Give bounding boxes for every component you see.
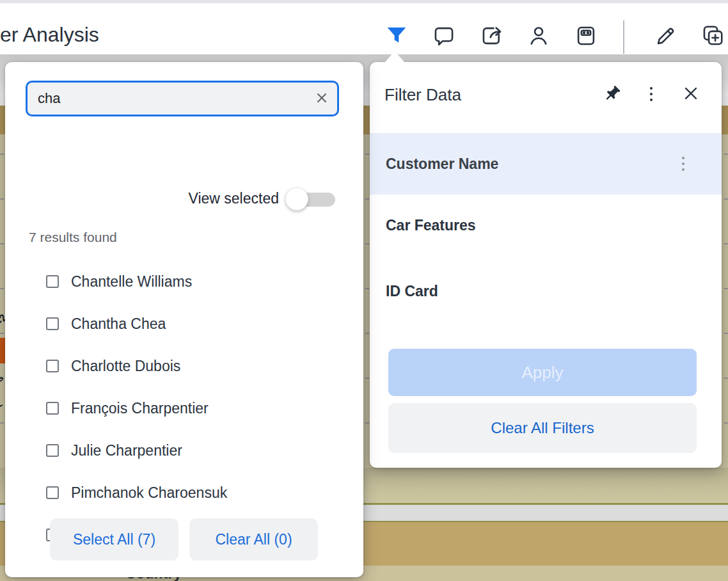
- clear-x-icon: [314, 90, 329, 107]
- checkbox[interactable]: [46, 317, 59, 330]
- filter-values-popup: View selected 7 results found Chantelle …: [5, 62, 363, 577]
- search-box: [26, 81, 339, 116]
- results-count: 7 results found: [29, 230, 117, 245]
- filter-field-customer-name[interactable]: Customer Name: [370, 133, 722, 195]
- panel-title: Filter Data: [384, 85, 461, 105]
- panel-actions: [601, 84, 701, 104]
- checkbox[interactable]: [46, 444, 59, 457]
- list-item[interactable]: Chantelle Williams: [46, 271, 192, 292]
- user-button[interactable]: [525, 22, 553, 51]
- list-item-label: Pimchanok Charoensuk: [71, 484, 227, 502]
- page-title: er Analysis: [0, 23, 99, 47]
- list-item-label: François Charpentier: [71, 400, 209, 417]
- filter-field-id-card[interactable]: ID Card: [370, 272, 722, 310]
- list-item[interactable]: Pimchanok Charoensuk: [46, 482, 227, 504]
- pin-button[interactable]: [601, 84, 622, 104]
- view-selected-label: View selected: [189, 190, 280, 207]
- panel-close-button[interactable]: [681, 84, 701, 104]
- list-item-label: Chantha Chea: [71, 315, 166, 333]
- comment-button[interactable]: [430, 22, 458, 51]
- select-all-button[interactable]: Select All (7): [50, 518, 178, 561]
- comment-icon: [432, 24, 456, 50]
- checkbox[interactable]: [46, 360, 59, 372]
- filter-field-label: ID Card: [386, 272, 438, 310]
- edit-button[interactable]: [652, 22, 680, 51]
- edit-pencil-icon: [654, 24, 678, 50]
- field-menu-icon[interactable]: [682, 157, 684, 171]
- list-item-label: Chantelle Williams: [71, 273, 192, 290]
- share-icon: [480, 24, 504, 50]
- duplicate-add-icon: [700, 24, 725, 50]
- clear-all-filters-button[interactable]: Clear All Filters: [388, 403, 697, 453]
- apply-button[interactable]: Apply: [388, 349, 697, 396]
- app-canvas: -2 s < Country er Analysis: [0, 0, 728, 581]
- list-item[interactable]: Charlotte Dubois: [46, 355, 180, 377]
- view-selected-toggle[interactable]: [285, 187, 338, 212]
- toolbar-divider: [623, 20, 624, 54]
- filter-button[interactable]: [383, 22, 411, 51]
- presentation-icon: [574, 24, 598, 50]
- list-item[interactable]: Julie Charpentier: [46, 440, 182, 461]
- pin-icon: [601, 83, 622, 106]
- filter-data-panel: Filter Data Customer Name Car Features: [370, 62, 722, 468]
- list-item[interactable]: Chantha Chea: [46, 313, 166, 335]
- close-x-icon: [681, 83, 701, 106]
- checkbox[interactable]: [46, 275, 59, 288]
- list-item[interactable]: François Charpentier: [46, 397, 209, 419]
- filter-icon: [384, 24, 409, 50]
- list-item-label: Charlotte Dubois: [71, 358, 180, 375]
- panel-menu-button[interactable]: [641, 84, 661, 104]
- checkbox[interactable]: [46, 486, 59, 499]
- browser-top-strip: [0, 0, 728, 3]
- filter-field-label: Customer Name: [386, 133, 498, 195]
- toolbar: er Analysis: [0, 3, 728, 54]
- kebab-menu-icon: [650, 87, 653, 101]
- filter-field-car-features[interactable]: Car Features: [370, 206, 722, 244]
- duplicate-add-button[interactable]: [699, 22, 727, 51]
- list-item-label: Julie Charpentier: [71, 442, 182, 459]
- checkbox[interactable]: [46, 402, 59, 415]
- filter-field-label: Car Features: [386, 206, 476, 244]
- search-clear-button[interactable]: [309, 86, 335, 111]
- user-icon: [526, 24, 551, 50]
- toggle-knob: [285, 187, 308, 211]
- presentation-button[interactable]: [572, 22, 600, 51]
- panel-caret: [384, 51, 405, 63]
- clear-all-button[interactable]: Clear All (0): [189, 518, 318, 561]
- search-input[interactable]: [28, 83, 309, 115]
- share-button[interactable]: [478, 22, 506, 51]
